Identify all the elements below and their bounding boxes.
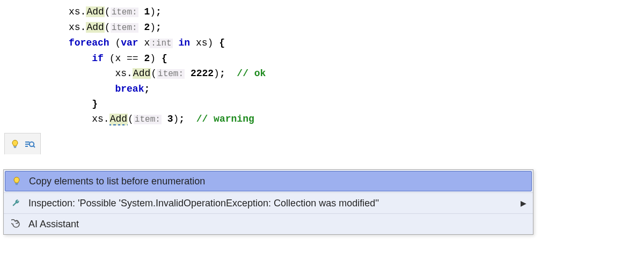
token-paren: ( [128,114,134,124]
token-paren: ( [105,22,111,33]
token-ident [104,53,109,64]
quick-fix-label: AI Assistant [28,219,526,230]
svg-rect-2 [25,142,30,143]
token-paren: ( [151,68,157,79]
token-comment: // warning [196,114,254,124]
code-line[interactable]: if (x == 2) { [69,51,644,66]
token-ident: x [138,38,150,48]
svg-rect-3 [25,144,30,145]
quick-fix-label: Inspection: 'Possible 'System.InvalidOpe… [28,198,514,209]
token-ident [185,68,191,79]
token-numlit: 3 [167,114,173,124]
token-hint: :int [150,39,172,48]
token-semi: ; [179,114,185,124]
token-brace: { [219,38,225,48]
token-brace: { [162,53,167,64]
spiral-icon [10,218,22,230]
token-ident: xs. [115,68,132,79]
token-ident: xs. [69,6,86,17]
quick-fix-item[interactable]: Copy elements to list before enumeration [5,171,532,191]
token-hint: item: [157,69,185,79]
token-paren: ( [115,38,121,48]
code-line[interactable]: xs.Add(item: 2222); // ok [69,66,644,81]
token-numlit: 2222 [191,68,214,79]
token-method: Add [86,22,104,33]
token-hint: item: [111,8,138,17]
token-paren: ( [105,6,111,17]
token-ident [185,114,196,124]
svg-rect-0 [14,146,17,147]
token-paren: ) [173,114,179,124]
token-ident [138,6,144,17]
svg-rect-4 [25,146,28,147]
token-paren: ) [208,38,214,48]
token-method: Add [133,68,151,79]
token-ident [162,114,167,124]
token-semi: ; [156,22,162,33]
token-hint: item: [134,115,162,124]
chevron-right-icon: ▶ [521,199,526,207]
token-ident: xs [190,38,207,48]
token-ident [109,38,115,48]
quick-fix-label: Copy elements to list before enumeration [29,176,526,187]
quick-fix-item[interactable]: AI Assistant [4,213,533,234]
wrench-icon [10,197,22,209]
token-paren: ) [150,53,156,64]
token-ident: x == [115,53,144,64]
code-line[interactable]: xs.Add(item: 3); // warning [69,111,644,127]
code-line[interactable]: break; [69,81,644,96]
token-k-if: if [92,53,104,64]
token-ident [225,68,237,79]
quick-fix-item[interactable]: Inspection: 'Possible 'System.InvalidOpe… [4,192,533,213]
token-ident: xs. [69,22,86,33]
gutter-action-icons [4,133,41,154]
svg-rect-7 [16,183,18,184]
token-ident: xs. [92,114,109,124]
svg-point-5 [30,142,34,146]
token-k-break: break [115,84,144,94]
token-method-warn: Add [109,114,128,125]
quick-fix-popup: Copy elements to list before enumeration… [3,169,533,235]
find-action-icon[interactable] [24,138,36,150]
token-paren: ) [214,68,219,79]
bulb-icon[interactable] [9,138,21,150]
token-ident [173,38,179,48]
code-editor[interactable]: xs.Add(item: 1);xs.Add(item: 2);foreach … [0,0,644,127]
token-k-in: in [178,38,190,48]
svg-rect-8 [16,184,18,185]
token-ident [213,38,219,48]
token-paren: ( [109,53,115,64]
token-method: Add [86,6,104,17]
token-brace: } [92,99,98,109]
token-numlit: 2 [144,22,150,33]
svg-rect-1 [14,147,16,147]
token-paren: ) [150,22,156,33]
code-line[interactable]: xs.Add(item: 1); [69,4,644,20]
code-line[interactable]: } [69,96,644,111]
token-k-foreach: foreach [69,38,109,48]
token-paren: ) [150,6,156,17]
token-ident [138,22,144,33]
code-line[interactable]: xs.Add(item: 2); [69,20,644,35]
token-semi: ; [156,6,162,17]
token-comment: // ok [237,68,266,79]
token-semi: ; [144,84,150,94]
token-numlit: 2 [144,53,150,64]
token-numlit: 1 [144,6,150,17]
bulb-icon [11,175,23,187]
token-k-var: var [121,38,138,48]
code-line[interactable]: foreach (var x:int in xs) { [69,35,644,51]
token-ident [156,53,162,64]
svg-line-6 [33,146,35,147]
token-hint: item: [111,23,138,33]
token-semi: ; [219,68,225,79]
